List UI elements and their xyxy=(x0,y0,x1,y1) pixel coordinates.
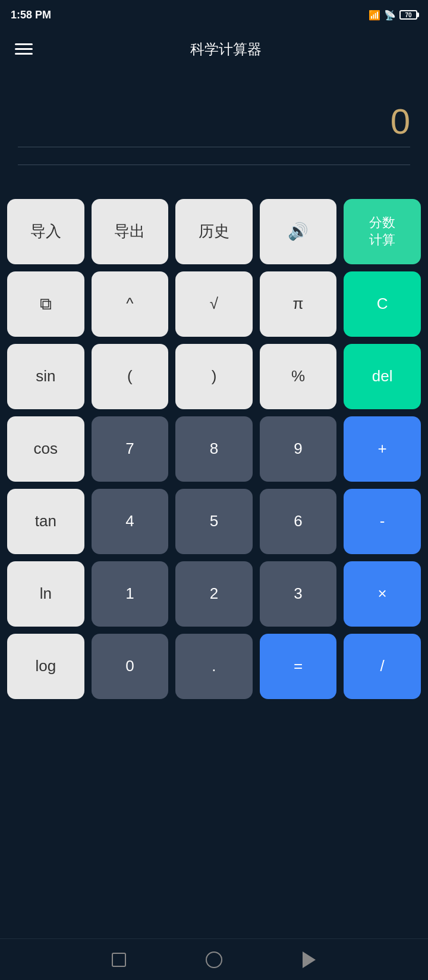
expression-display xyxy=(18,80,410,98)
home-button[interactable] xyxy=(202,948,226,972)
keypad-row-0: 导入 导出 历史 🔊 分数计算 xyxy=(7,199,421,264)
nine-button[interactable]: 9 xyxy=(260,416,337,482)
secondary-display xyxy=(18,147,410,165)
header: 科学计算器 xyxy=(0,30,428,68)
pi-button[interactable]: π xyxy=(260,271,337,337)
eight-button[interactable]: 8 xyxy=(175,416,253,482)
import-button[interactable]: 导入 xyxy=(7,199,84,264)
keypad-row-1: ⧉ ^ √ π C xyxy=(7,271,421,337)
history-button[interactable]: 历史 xyxy=(175,199,253,264)
two-button[interactable]: 2 xyxy=(175,561,253,627)
sound-button[interactable]: 🔊 xyxy=(260,199,337,264)
keypad-row-5: ln 1 2 3 × xyxy=(7,561,421,627)
display-area: 0 xyxy=(0,68,428,187)
decimal-button[interactable]: . xyxy=(175,634,253,699)
keypad-row-4: tan 4 5 6 - xyxy=(7,489,421,554)
five-button[interactable]: 5 xyxy=(175,489,253,554)
power-button[interactable]: ^ xyxy=(92,271,169,337)
keypad-row-6: log 0 . = / xyxy=(7,634,421,699)
tan-button[interactable]: tan xyxy=(7,489,84,554)
cos-button[interactable]: cos xyxy=(7,416,84,482)
paren-open-button[interactable]: ( xyxy=(92,344,169,409)
paren-close-button[interactable]: ) xyxy=(175,344,253,409)
status-bar: 1:58 PM 📶 📡 70 xyxy=(0,0,428,30)
log-button[interactable]: log xyxy=(7,634,84,699)
zero-button[interactable]: 0 xyxy=(92,634,169,699)
plus-button[interactable]: + xyxy=(344,416,421,482)
copy-button[interactable]: ⧉ xyxy=(7,271,84,337)
keypad: 导入 导出 历史 🔊 分数计算 ⧉ ^ √ π C sin ( ) % del … xyxy=(0,187,428,938)
six-button[interactable]: 6 xyxy=(260,489,337,554)
recent-apps-button[interactable] xyxy=(107,948,131,972)
sin-button[interactable]: sin xyxy=(7,344,84,409)
nav-bar xyxy=(0,938,428,980)
menu-button[interactable] xyxy=(12,40,36,58)
four-button[interactable]: 4 xyxy=(92,489,169,554)
back-button[interactable] xyxy=(297,948,321,972)
signal-icon: 📶 xyxy=(369,10,380,21)
export-button[interactable]: 导出 xyxy=(92,199,169,264)
multiply-button[interactable]: × xyxy=(344,561,421,627)
divide-button[interactable]: / xyxy=(344,634,421,699)
one-button[interactable]: 1 xyxy=(92,561,169,627)
status-time: 1:58 PM xyxy=(11,9,51,21)
three-button[interactable]: 3 xyxy=(260,561,337,627)
battery-icon: 70 xyxy=(399,10,417,20)
fraction-button[interactable]: 分数计算 xyxy=(344,199,421,264)
seven-button[interactable]: 7 xyxy=(92,416,169,482)
result-display: 0 xyxy=(18,101,410,147)
back-icon xyxy=(303,951,316,968)
minus-button[interactable]: - xyxy=(344,489,421,554)
keypad-row-2: sin ( ) % del xyxy=(7,344,421,409)
percent-button[interactable]: % xyxy=(260,344,337,409)
app-title: 科学计算器 xyxy=(36,40,416,59)
wifi-icon: 📡 xyxy=(384,10,396,21)
home-icon xyxy=(206,951,222,968)
status-icons: 📶 📡 70 xyxy=(369,10,417,21)
ln-button[interactable]: ln xyxy=(7,561,84,627)
clear-button[interactable]: C xyxy=(344,271,421,337)
delete-button[interactable]: del xyxy=(344,344,421,409)
keypad-row-3: cos 7 8 9 + xyxy=(7,416,421,482)
sqrt-button[interactable]: √ xyxy=(175,271,253,337)
equals-button[interactable]: = xyxy=(260,634,337,699)
recent-apps-icon xyxy=(112,953,126,967)
